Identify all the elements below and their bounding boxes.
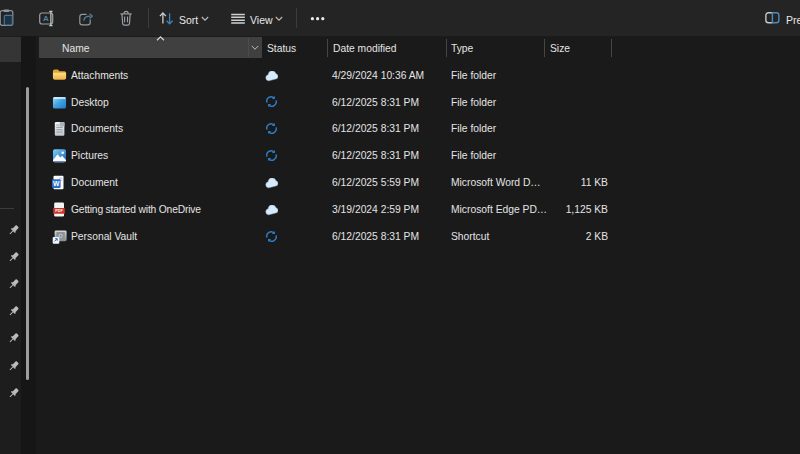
svg-text:W: W — [53, 180, 60, 187]
svg-text:A: A — [42, 14, 48, 23]
svg-text:PDF: PDF — [55, 209, 63, 213]
